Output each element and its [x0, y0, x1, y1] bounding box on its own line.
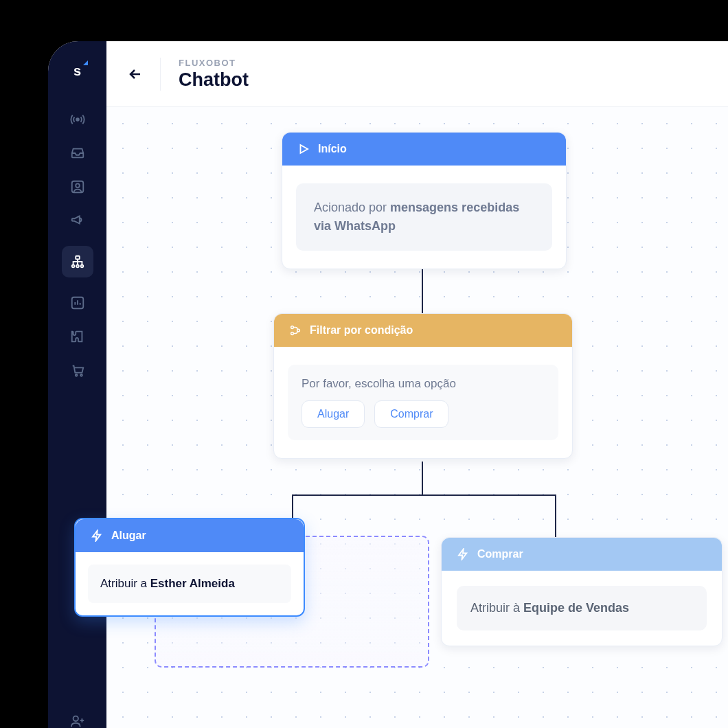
text: Atribuir à	[470, 601, 523, 615]
node-branch-right[interactable]: Comprar Atribuir à Equipe de Vendas	[441, 537, 723, 646]
svg-point-4	[71, 265, 74, 268]
user-icon[interactable]	[69, 179, 86, 195]
logo: s	[73, 63, 81, 79]
cart-icon[interactable]	[69, 362, 86, 378]
node-start[interactable]: Início Acionado por mensagens recebidas …	[282, 132, 567, 269]
filter-content: Por favor, escolha uma opção Alugar Comp…	[288, 365, 558, 440]
svg-point-6	[80, 265, 83, 268]
filter-prompt: Por favor, escolha uma opção	[302, 377, 545, 391]
add-user-icon[interactable]	[69, 713, 86, 728]
page-title: Chatbot	[179, 69, 249, 91]
node-branch-left[interactable]: Alugar Atribuir a Esther Almeida	[74, 518, 305, 617]
node-filter[interactable]: Filtrar por condição Por favor, escolha …	[273, 313, 573, 459]
node-title: Início	[318, 143, 347, 155]
option-alugar[interactable]: Alugar	[302, 400, 365, 428]
bolt-icon	[91, 530, 103, 542]
svg-point-11	[291, 326, 294, 329]
sidebar: s	[48, 41, 106, 728]
node-header: Filtrar por condição	[274, 314, 572, 347]
node-body: Atribuir a Esther Almeida	[76, 552, 304, 615]
svg-point-13	[297, 329, 300, 332]
node-title: Filtrar por condição	[310, 324, 413, 337]
node-body: Por favor, escolha uma opção Alugar Comp…	[274, 347, 572, 458]
node-header: Comprar	[442, 538, 722, 571]
option-comprar[interactable]: Comprar	[374, 400, 448, 428]
text: Atribuir a	[100, 577, 150, 590]
svg-point-5	[76, 265, 79, 268]
chart-icon[interactable]	[69, 295, 86, 311]
connector	[555, 494, 556, 537]
app-viewport: s	[48, 41, 728, 728]
inbox-icon[interactable]	[69, 145, 86, 161]
start-trigger-box: Acionado por mensagens recebidas via Wha…	[296, 183, 552, 251]
main: FLUXOBOT Chatbot Início Acionado por m	[106, 41, 728, 728]
svg-point-12	[291, 332, 294, 335]
puzzle-icon[interactable]	[69, 328, 86, 345]
svg-point-2	[76, 183, 80, 187]
node-header: Início	[282, 133, 566, 166]
svg-point-10	[73, 716, 78, 721]
text-bold: Esther Almeida	[150, 577, 235, 590]
node-body: Atribuir à Equipe de Vendas	[442, 571, 722, 646]
connector	[422, 462, 423, 494]
svg-point-0	[76, 118, 79, 121]
kicker: FLUXOBOT	[179, 58, 249, 68]
connector	[292, 494, 293, 518]
option-row: Alugar Comprar	[302, 400, 545, 428]
flowchart-icon[interactable]	[62, 246, 93, 277]
assign-box: Atribuir à Equipe de Vendas	[457, 586, 707, 630]
megaphone-icon[interactable]	[69, 212, 86, 229]
node-header: Alugar	[76, 519, 304, 552]
play-icon	[297, 143, 310, 155]
svg-rect-3	[76, 256, 80, 260]
assign-box: Atribuir a Esther Almeida	[88, 565, 291, 603]
branch-icon	[289, 324, 302, 337]
node-body: Acionado por mensagens recebidas via Wha…	[282, 166, 566, 269]
connector	[292, 494, 556, 496]
node-title: Comprar	[477, 548, 523, 560]
node-title: Alugar	[111, 530, 146, 542]
text-bold: Equipe de Vendas	[523, 601, 629, 615]
bolt-icon	[457, 548, 469, 560]
flow-canvas[interactable]: Início Acionado por mensagens recebidas …	[106, 107, 728, 728]
page-header: FLUXOBOT Chatbot	[106, 41, 728, 107]
text: Acionado por	[314, 201, 390, 214]
broadcast-icon[interactable]	[69, 111, 86, 128]
title-block: FLUXOBOT Chatbot	[160, 58, 249, 91]
svg-point-8	[75, 374, 77, 376]
back-button[interactable]	[123, 62, 148, 87]
svg-point-9	[80, 374, 82, 376]
